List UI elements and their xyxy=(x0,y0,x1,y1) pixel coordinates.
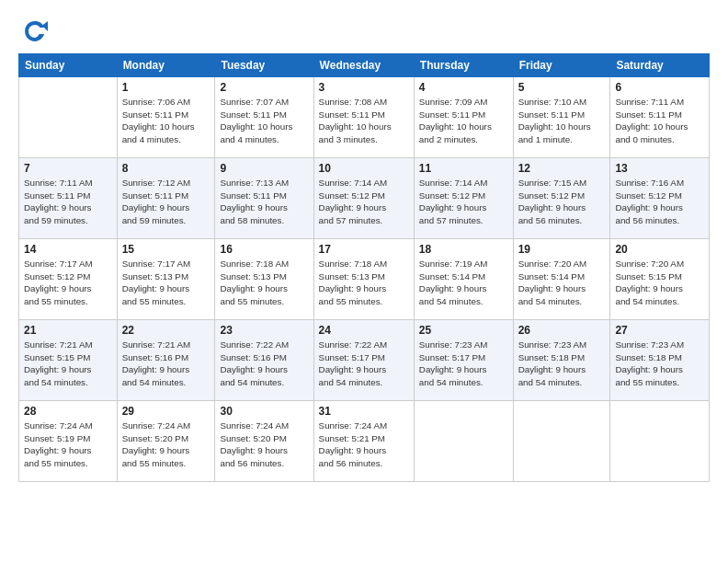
day-info: Sunrise: 7:16 AMSunset: 5:12 PMDaylight:… xyxy=(615,177,704,227)
header xyxy=(18,17,710,44)
day-number: 24 xyxy=(319,324,409,337)
calendar-cell: 2Sunrise: 7:07 AMSunset: 5:11 PMDaylight… xyxy=(215,77,313,158)
column-header-friday: Friday xyxy=(513,54,610,77)
calendar-cell: 16Sunrise: 7:18 AMSunset: 5:13 PMDayligh… xyxy=(215,239,313,320)
day-number: 19 xyxy=(518,243,606,256)
day-info: Sunrise: 7:08 AMSunset: 5:11 PMDaylight:… xyxy=(319,96,409,146)
day-info: Sunrise: 7:14 AMSunset: 5:12 PMDaylight:… xyxy=(319,177,409,227)
day-info: Sunrise: 7:12 AMSunset: 5:11 PMDaylight:… xyxy=(122,177,210,227)
day-info: Sunrise: 7:20 AMSunset: 5:15 PMDaylight:… xyxy=(615,258,704,308)
column-header-sunday: Sunday xyxy=(19,54,118,77)
day-info: Sunrise: 7:18 AMSunset: 5:13 PMDaylight:… xyxy=(220,258,308,308)
calendar-week-row: 14Sunrise: 7:17 AMSunset: 5:12 PMDayligh… xyxy=(19,239,710,320)
day-info: Sunrise: 7:23 AMSunset: 5:18 PMDaylight:… xyxy=(615,339,704,389)
page: SundayMondayTuesdayWednesdayThursdayFrid… xyxy=(0,0,728,563)
calendar-cell: 30Sunrise: 7:24 AMSunset: 5:20 PMDayligh… xyxy=(215,401,313,482)
calendar-cell: 22Sunrise: 7:21 AMSunset: 5:16 PMDayligh… xyxy=(117,320,215,401)
calendar-cell: 6Sunrise: 7:11 AMSunset: 5:11 PMDaylight… xyxy=(610,77,710,158)
day-info: Sunrise: 7:09 AMSunset: 5:11 PMDaylight:… xyxy=(419,96,508,146)
day-info: Sunrise: 7:24 AMSunset: 5:20 PMDaylight:… xyxy=(122,419,210,470)
column-header-monday: Monday xyxy=(117,54,215,77)
day-info: Sunrise: 7:23 AMSunset: 5:18 PMDaylight:… xyxy=(518,339,606,389)
day-info: Sunrise: 7:14 AMSunset: 5:12 PMDaylight:… xyxy=(419,177,508,227)
day-info: Sunrise: 7:17 AMSunset: 5:12 PMDaylight:… xyxy=(24,258,112,308)
day-number: 22 xyxy=(122,324,210,337)
calendar-cell: 20Sunrise: 7:20 AMSunset: 5:15 PMDayligh… xyxy=(610,239,710,320)
day-number: 21 xyxy=(24,324,112,337)
day-number: 20 xyxy=(615,243,704,256)
day-info: Sunrise: 7:21 AMSunset: 5:15 PMDaylight:… xyxy=(24,339,112,389)
day-number: 30 xyxy=(220,405,308,418)
day-info: Sunrise: 7:24 AMSunset: 5:20 PMDaylight:… xyxy=(220,419,308,470)
day-number: 13 xyxy=(615,162,704,175)
calendar-cell: 9Sunrise: 7:13 AMSunset: 5:11 PMDaylight… xyxy=(215,158,313,239)
day-number: 26 xyxy=(518,324,606,337)
day-number: 14 xyxy=(24,243,112,256)
day-number: 5 xyxy=(518,81,606,94)
calendar-cell: 28Sunrise: 7:24 AMSunset: 5:19 PMDayligh… xyxy=(19,401,118,482)
day-info: Sunrise: 7:21 AMSunset: 5:16 PMDaylight:… xyxy=(122,339,210,389)
day-info: Sunrise: 7:22 AMSunset: 5:17 PMDaylight:… xyxy=(319,339,409,389)
calendar-cell: 7Sunrise: 7:11 AMSunset: 5:11 PMDaylight… xyxy=(19,158,118,239)
day-info: Sunrise: 7:17 AMSunset: 5:13 PMDaylight:… xyxy=(122,258,210,308)
day-info: Sunrise: 7:15 AMSunset: 5:12 PMDaylight:… xyxy=(518,177,606,227)
day-number: 29 xyxy=(122,405,210,418)
calendar-cell xyxy=(513,401,610,482)
day-number: 2 xyxy=(220,81,308,94)
calendar-cell: 26Sunrise: 7:23 AMSunset: 5:18 PMDayligh… xyxy=(513,320,610,401)
calendar-cell xyxy=(610,401,710,482)
calendar-cell: 31Sunrise: 7:24 AMSunset: 5:21 PMDayligh… xyxy=(313,401,414,482)
calendar-cell: 19Sunrise: 7:20 AMSunset: 5:14 PMDayligh… xyxy=(513,239,610,320)
calendar-cell: 8Sunrise: 7:12 AMSunset: 5:11 PMDaylight… xyxy=(117,158,215,239)
calendar-cell xyxy=(414,401,513,482)
day-info: Sunrise: 7:19 AMSunset: 5:14 PMDaylight:… xyxy=(419,258,508,308)
day-info: Sunrise: 7:20 AMSunset: 5:14 PMDaylight:… xyxy=(518,258,606,308)
day-info: Sunrise: 7:06 AMSunset: 5:11 PMDaylight:… xyxy=(122,96,210,146)
day-info: Sunrise: 7:24 AMSunset: 5:19 PMDaylight:… xyxy=(24,419,112,470)
calendar-cell: 17Sunrise: 7:18 AMSunset: 5:13 PMDayligh… xyxy=(313,239,414,320)
logo-icon xyxy=(22,18,48,44)
calendar-cell: 27Sunrise: 7:23 AMSunset: 5:18 PMDayligh… xyxy=(610,320,710,401)
calendar-cell: 1Sunrise: 7:06 AMSunset: 5:11 PMDaylight… xyxy=(117,77,215,158)
calendar-cell: 12Sunrise: 7:15 AMSunset: 5:12 PMDayligh… xyxy=(513,158,610,239)
day-number: 16 xyxy=(220,243,308,256)
day-number: 28 xyxy=(24,405,112,418)
calendar-cell xyxy=(19,77,118,158)
day-number: 25 xyxy=(419,324,508,337)
calendar-cell: 21Sunrise: 7:21 AMSunset: 5:15 PMDayligh… xyxy=(19,320,118,401)
day-info: Sunrise: 7:07 AMSunset: 5:11 PMDaylight:… xyxy=(220,96,308,146)
day-number: 12 xyxy=(518,162,606,175)
column-header-saturday: Saturday xyxy=(610,54,710,77)
calendar-cell: 4Sunrise: 7:09 AMSunset: 5:11 PMDaylight… xyxy=(414,77,513,158)
day-info: Sunrise: 7:10 AMSunset: 5:11 PMDaylight:… xyxy=(518,96,606,146)
day-info: Sunrise: 7:24 AMSunset: 5:21 PMDaylight:… xyxy=(319,419,409,470)
calendar-week-row: 7Sunrise: 7:11 AMSunset: 5:11 PMDaylight… xyxy=(19,158,710,239)
calendar-cell: 11Sunrise: 7:14 AMSunset: 5:12 PMDayligh… xyxy=(414,158,513,239)
day-number: 1 xyxy=(122,81,210,94)
day-number: 23 xyxy=(220,324,308,337)
day-number: 31 xyxy=(319,405,409,418)
day-info: Sunrise: 7:11 AMSunset: 5:11 PMDaylight:… xyxy=(24,177,112,227)
column-header-thursday: Thursday xyxy=(414,54,513,77)
day-info: Sunrise: 7:22 AMSunset: 5:16 PMDaylight:… xyxy=(220,339,308,389)
day-info: Sunrise: 7:23 AMSunset: 5:17 PMDaylight:… xyxy=(419,339,508,389)
day-number: 3 xyxy=(319,81,409,94)
calendar-week-row: 21Sunrise: 7:21 AMSunset: 5:15 PMDayligh… xyxy=(19,320,710,401)
calendar-cell: 14Sunrise: 7:17 AMSunset: 5:12 PMDayligh… xyxy=(19,239,118,320)
day-number: 4 xyxy=(419,81,508,94)
calendar-cell: 24Sunrise: 7:22 AMSunset: 5:17 PMDayligh… xyxy=(313,320,414,401)
day-number: 8 xyxy=(122,162,210,175)
calendar-cell: 23Sunrise: 7:22 AMSunset: 5:16 PMDayligh… xyxy=(215,320,313,401)
day-number: 27 xyxy=(615,324,704,337)
calendar-cell: 25Sunrise: 7:23 AMSunset: 5:17 PMDayligh… xyxy=(414,320,513,401)
column-header-wednesday: Wednesday xyxy=(313,54,414,77)
calendar-cell: 13Sunrise: 7:16 AMSunset: 5:12 PMDayligh… xyxy=(610,158,710,239)
day-number: 11 xyxy=(419,162,508,175)
logo xyxy=(18,17,48,44)
day-info: Sunrise: 7:11 AMSunset: 5:11 PMDaylight:… xyxy=(615,96,704,146)
calendar-cell: 18Sunrise: 7:19 AMSunset: 5:14 PMDayligh… xyxy=(414,239,513,320)
day-number: 6 xyxy=(615,81,704,94)
day-number: 17 xyxy=(319,243,409,256)
calendar-table: SundayMondayTuesdayWednesdayThursdayFrid… xyxy=(18,53,710,482)
calendar-cell: 5Sunrise: 7:10 AMSunset: 5:11 PMDaylight… xyxy=(513,77,610,158)
